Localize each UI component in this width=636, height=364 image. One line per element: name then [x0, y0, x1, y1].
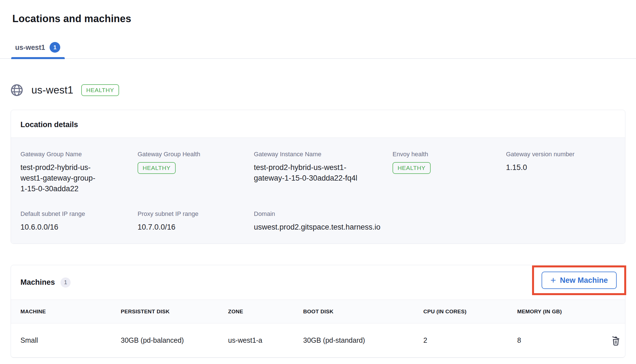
field-label: Gateway Instance Name: [254, 151, 393, 158]
field-label: Gateway version number: [506, 151, 616, 158]
field-gateway-instance-name: Gateway Instance Name test-prod2-hybrid-…: [254, 151, 393, 194]
machines-title: Machines: [20, 278, 55, 287]
cell-cpu: 2: [423, 336, 517, 344]
cell-persistent-disk: 30GB (pd-balanced): [121, 336, 228, 344]
cell-machine: Small: [20, 336, 121, 344]
location-details-body: Gateway Group Name test-prod2-hybrid-us-…: [11, 137, 625, 244]
location-name: us-west1: [31, 84, 73, 96]
locations-and-machines-page: Locations and machines us-west1 1 us-wes…: [0, 0, 636, 364]
field-gateway-group-name: Gateway Group Name test-prod2-hybrid-us-…: [20, 151, 138, 194]
col-persistent-disk: PERSISTENT DISK: [121, 309, 228, 315]
col-memory: MEMORY (IN GB): [517, 309, 596, 315]
plus-icon: +: [551, 276, 556, 284]
machines-header: Machines 1: [11, 265, 625, 300]
new-machine-label: New Machine: [560, 276, 608, 285]
cell-zone: us-west1-a: [228, 336, 303, 344]
col-cpu: CPU (IN CORES): [423, 309, 517, 315]
table-row: Small 30GB (pd-balanced) us-west1-a 30GB…: [11, 323, 625, 358]
col-machine: MACHINE: [20, 309, 121, 315]
field-label: Default subnet IP range: [20, 210, 138, 218]
trash-icon: [610, 335, 622, 346]
machines-table-header: MACHINE PERSISTENT DISK ZONE BOOT DISK C…: [11, 300, 625, 323]
machines-card: Machines 1 + New Machine MACHINE PERSIST…: [11, 265, 625, 358]
delete-machine-button[interactable]: [609, 334, 622, 347]
field-domain: Domain uswest.prod2.gitspace.test.harnes…: [254, 210, 393, 232]
field-value: uswest.prod2.gitspace.test.harness.io: [254, 222, 393, 232]
field-value: test-prod2-hybrid-us-west1-gateway-group…: [20, 162, 102, 194]
field-proxy-subnet: Proxy subnet IP range 10.7.0.0/16: [138, 210, 254, 232]
new-machine-button[interactable]: + New Machine: [542, 272, 617, 289]
field-envoy-health: Envoy health HEALTHY: [393, 151, 506, 194]
field-value: 10.7.0.0/16: [138, 222, 254, 232]
location-details-title: Location details: [11, 110, 625, 137]
field-default-subnet: Default subnet IP range 10.6.0.0/16: [20, 210, 138, 232]
field-label: Proxy subnet IP range: [138, 210, 254, 218]
field-label: Gateway Group Name: [20, 151, 138, 158]
col-zone: ZONE: [228, 309, 303, 315]
tab-count-badge: 1: [50, 42, 60, 53]
field-gateway-version: Gateway version number 1.15.0: [506, 151, 616, 194]
location-status-badge: HEALTHY: [81, 84, 119, 96]
location-heading: us-west1 HEALTHY: [10, 83, 636, 97]
gateway-group-health-badge: HEALTHY: [138, 162, 176, 174]
field-value: 1.15.0: [506, 162, 616, 173]
tab-us-west1[interactable]: us-west1 1: [11, 42, 65, 59]
field-label: Envoy health: [393, 151, 506, 158]
col-boot-disk: BOOT DISK: [303, 309, 423, 315]
field-value: 10.6.0.0/16: [20, 222, 138, 232]
cell-boot-disk: 30GB (pd-standard): [303, 336, 423, 344]
field-label: Gateway Group Health: [138, 151, 254, 158]
tab-label: us-west1: [15, 43, 45, 52]
location-tabbar: us-west1 1: [0, 42, 636, 59]
field-value: test-prod2-hybrid-us-west1-gateway-1-15-…: [254, 162, 360, 183]
page-title: Locations and machines: [12, 0, 636, 25]
machines-count-badge: 1: [61, 277, 71, 288]
cell-memory: 8: [517, 336, 596, 344]
location-details-card: Location details Gateway Group Name test…: [11, 110, 625, 244]
globe-icon: [10, 83, 24, 97]
envoy-health-badge: HEALTHY: [393, 162, 431, 174]
field-gateway-group-health: Gateway Group Health HEALTHY: [138, 151, 254, 194]
field-label: Domain: [254, 210, 393, 218]
